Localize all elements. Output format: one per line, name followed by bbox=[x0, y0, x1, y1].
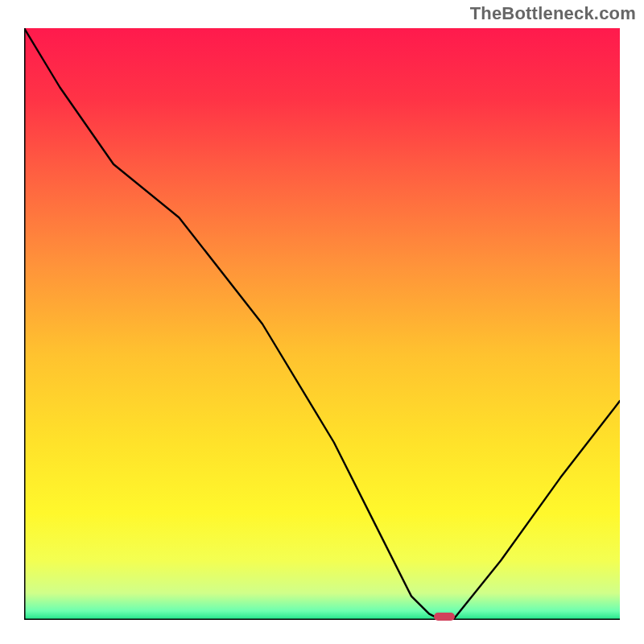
optimal-point-marker bbox=[434, 613, 455, 621]
plot-area bbox=[24, 28, 620, 620]
watermark-text: TheBottleneck.com bbox=[470, 3, 636, 24]
chart-container: TheBottleneck.com bbox=[0, 0, 644, 644]
svg-rect-0 bbox=[24, 28, 620, 620]
background-gradient-icon bbox=[24, 28, 620, 620]
